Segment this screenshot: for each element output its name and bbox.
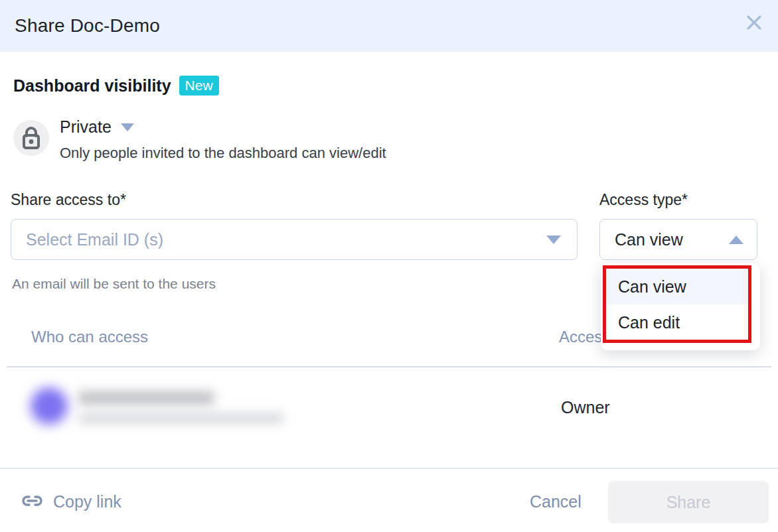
access-type-select[interactable]: Can view (599, 219, 757, 260)
member-access-level: Owner (561, 398, 610, 417)
new-badge: New (179, 76, 219, 96)
chevron-up-icon (729, 235, 743, 244)
email-select-input[interactable]: Select Email ID (s) (11, 219, 578, 260)
dialog-title: Share Doc-Demo (15, 15, 160, 36)
avatar (31, 387, 68, 425)
red-annotation-box (603, 265, 751, 343)
visibility-description: Only people invited to the dashboard can… (60, 145, 386, 162)
access-type-dropdown-menu: Can view Can edit (601, 263, 760, 350)
access-type-value: Can view (615, 230, 683, 249)
access-type-label: Access type* (599, 191, 688, 209)
visibility-section-header: Dashboard visibility New (13, 76, 219, 96)
close-icon (744, 13, 764, 33)
cancel-button[interactable]: Cancel (530, 492, 582, 511)
visibility-value: Private (60, 117, 112, 137)
copy-link-label: Copy link (53, 492, 121, 511)
dialog-header: Share Doc-Demo (0, 0, 778, 52)
email-helper-text: An email will be sent to the users (12, 276, 216, 292)
link-icon (21, 492, 43, 511)
copy-link-button[interactable]: Copy link (21, 492, 121, 511)
lock-icon (13, 120, 49, 156)
member-email-blurred (78, 413, 284, 424)
footer-divider (0, 468, 778, 469)
section-title: Dashboard visibility (13, 76, 171, 96)
member-name-blurred (78, 391, 214, 405)
email-select-placeholder: Select Email ID (s) (26, 230, 546, 249)
share-access-label: Share access to* (11, 191, 126, 209)
share-button[interactable]: Share (608, 481, 769, 523)
close-button[interactable] (739, 8, 769, 37)
share-dialog: Share Doc-Demo Dashboard visibility New … (0, 0, 778, 532)
chevron-down-icon (546, 235, 561, 244)
visibility-dropdown[interactable]: Private (60, 117, 134, 137)
chevron-down-icon (121, 123, 134, 131)
column-header-who-can-access: Who can access (31, 328, 148, 346)
table-divider (7, 366, 771, 367)
